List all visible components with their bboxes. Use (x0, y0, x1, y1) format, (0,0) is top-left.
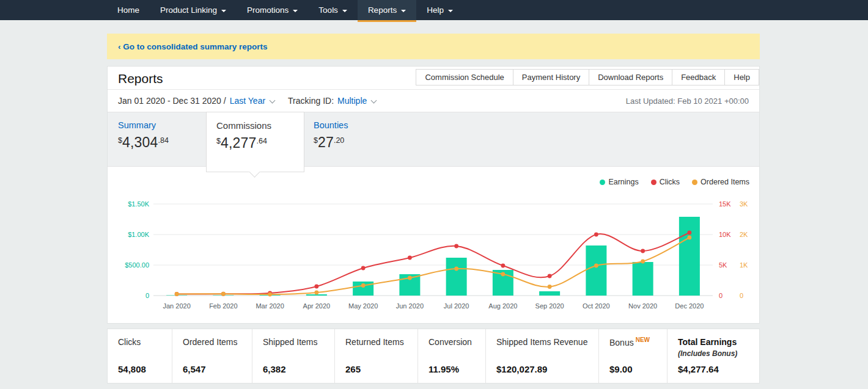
legend-label: Ordered Items (701, 178, 749, 186)
stat-label-wrap: Returned Items (345, 336, 408, 347)
svg-text:0: 0 (145, 292, 149, 299)
legend-marker-icon (600, 180, 605, 185)
nav-item-label: Home (117, 5, 139, 15)
consolidated-reports-banner: ‹ Go to consolidated summary reports (107, 34, 760, 59)
stat-total-earnings: Total Earnings(Includes Bonus)$4,277.64 (667, 329, 759, 383)
stat-value: $4,277.64 (678, 364, 749, 374)
stat-label-wrap: Conversion (428, 336, 476, 347)
date-preset-dropdown[interactable]: Last Year (230, 96, 265, 106)
legend-item-ordered-items[interactable]: Ordered Items (692, 178, 749, 186)
summary-tab-summary[interactable]: Summary$4,304.84 (118, 112, 206, 166)
nav-item-tools[interactable]: Tools (308, 0, 358, 20)
amount-main: 4,304 (122, 134, 158, 150)
tracking-id-dropdown[interactable]: Multiple (337, 96, 367, 106)
stat-value: 11.95% (428, 364, 476, 374)
stat-label: Ordered Items (183, 337, 237, 347)
stat-label: Total Earnings (678, 337, 737, 347)
summary-strip: Summary$4,304.84Commissions$4,277.64Boun… (108, 112, 759, 167)
amount-cents: .64 (257, 137, 267, 145)
svg-text:3K: 3K (740, 200, 748, 208)
stat-sublabel: (Includes Bonus) (678, 349, 749, 358)
nav-item-label: Help (427, 5, 444, 15)
stat-bonus: BonusNEW$9.00 (598, 329, 667, 383)
nav-item-help[interactable]: Help (416, 0, 463, 20)
new-badge: NEW (636, 336, 650, 343)
stat-label: Shipped Items (263, 337, 318, 347)
legend-marker-icon (651, 180, 657, 185)
svg-text:2K: 2K (740, 231, 748, 238)
header-tab-payment-history[interactable]: Payment History (513, 69, 589, 85)
header-tab-help[interactable]: Help (724, 69, 759, 85)
svg-text:0: 0 (740, 292, 743, 299)
header-tab-commission-schedule[interactable]: Commission Schedule (416, 69, 513, 85)
stat-label-wrap: Shipped Items (263, 336, 325, 347)
stat-label-wrap: Clicks (118, 336, 162, 347)
legend-item-clicks[interactable]: Clicks (651, 178, 680, 186)
header-tab-feedback[interactable]: Feedback (672, 69, 725, 85)
left-axis-labels: $1.50K$1.00K$500.000 (125, 200, 149, 299)
summary-tab-value: $4,277.64 (216, 135, 304, 151)
amount-main: 27 (318, 134, 334, 150)
chevron-down-icon (371, 97, 377, 103)
card-subheader: Jan 01 2020 - Dec 31 2020 / Last Year Tr… (108, 89, 759, 112)
last-updated-text: Last Updated: Feb 10 2021 +00:00 (626, 96, 749, 106)
nav-item-label: Tools (318, 5, 338, 15)
selected-metric-popup-commissions[interactable]: Commissions$4,277.64 (206, 112, 304, 172)
header-tab-download-reports[interactable]: Download Reports (589, 69, 672, 85)
svg-text:Feb 2020: Feb 2020 (209, 302, 237, 310)
amount-cents: .20 (334, 136, 344, 145)
stat-label: Clicks (118, 337, 141, 347)
earnings-chart: $1.50K$1.00K$500.00015K10K5K03K2K1K0Jan … (108, 195, 759, 317)
stats-row: Clicks54,808Ordered Items6,547Shipped It… (107, 329, 760, 384)
chevron-down-icon (342, 10, 347, 12)
amount-cents: .84 (158, 136, 169, 145)
series-line-ordered-items (175, 236, 692, 297)
legend-item-earnings[interactable]: Earnings (600, 178, 638, 186)
svg-text:Aug 2020: Aug 2020 (488, 302, 517, 310)
chevron-down-icon (401, 10, 406, 12)
tracking-id-label: Tracking ID: (288, 96, 334, 106)
chart-section: EarningsClicksOrdered Items $1.50K$1.00K… (108, 167, 759, 317)
stat-label-wrap: BonusNEW (609, 336, 657, 348)
nav-item-home[interactable]: Home (107, 0, 150, 20)
svg-text:Jul 2020: Jul 2020 (444, 302, 469, 310)
currency-symbol: $ (216, 137, 221, 145)
stat-label: Returned Items (345, 337, 404, 347)
date-range-text: Jan 01 2020 - Dec 31 2020 / (118, 96, 226, 106)
card-header: Reports Commission SchedulePayment Histo… (108, 67, 759, 89)
stat-returned-items: Returned Items265 (334, 329, 417, 383)
right-axis-ordered-labels: 3K2K1K0 (740, 200, 748, 299)
svg-text:5K: 5K (719, 261, 727, 269)
stat-value: $9.00 (609, 364, 657, 374)
chevron-down-icon (270, 97, 276, 103)
chart-legend: EarningsClicksOrdered Items (108, 175, 759, 189)
right-axis-clicks-labels: 15K10K5K0 (719, 200, 731, 299)
stat-label-wrap: Total Earnings(Includes Bonus) (678, 336, 749, 358)
svg-text:Nov 2020: Nov 2020 (628, 302, 657, 310)
header-tabs: Commission SchedulePayment HistoryDownlo… (416, 69, 759, 85)
nav-item-product-linking[interactable]: Product Linking (150, 0, 237, 20)
svg-text:Sep 2020: Sep 2020 (535, 302, 564, 310)
svg-text:May 2020: May 2020 (348, 302, 378, 310)
nav-item-promotions[interactable]: Promotions (237, 0, 308, 20)
consolidated-reports-link[interactable]: ‹ Go to consolidated summary reports (118, 42, 268, 51)
nav-item-label: Reports (368, 5, 397, 15)
stat-clicks: Clicks54,808 (108, 329, 172, 383)
stat-value: $120,027.89 (496, 364, 589, 374)
legend-label: Clicks (660, 178, 680, 186)
legend-marker-icon (692, 180, 697, 185)
svg-text:15K: 15K (719, 200, 731, 208)
reports-card: Reports Commission SchedulePayment Histo… (107, 66, 760, 324)
series-bars-earnings (166, 217, 700, 296)
stat-shipped-items: Shipped Items6,382 (252, 329, 334, 383)
nav-item-label: Product Linking (160, 5, 217, 15)
summary-tab-bounties[interactable]: Bounties$27.20 (314, 112, 402, 166)
currency-symbol: $ (118, 136, 122, 145)
stat-shipped-items-revenue: Shipped Items Revenue$120,027.89 (485, 329, 598, 383)
chevron-down-icon (293, 10, 298, 12)
nav-item-reports[interactable]: Reports (358, 0, 416, 22)
summary-tab-label: Summary (118, 120, 206, 130)
summary-tab-label: Bounties (314, 120, 402, 130)
date-controls: Jan 01 2020 - Dec 31 2020 / Last Year Tr… (118, 96, 377, 106)
summary-tab-value: $27.20 (314, 134, 402, 151)
